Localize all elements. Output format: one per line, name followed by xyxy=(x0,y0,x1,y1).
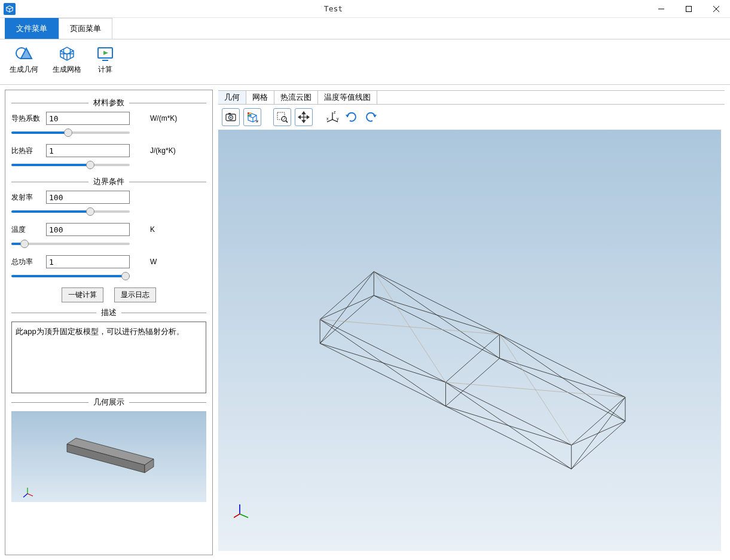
svg-line-57 xyxy=(445,406,571,445)
canvas-tab-heat-flux[interactable]: 热流云图 xyxy=(274,91,318,104)
specific-heat-unit: J/(kg*K) xyxy=(150,146,176,155)
svg-marker-30 xyxy=(298,116,301,119)
temperature-slider[interactable] xyxy=(11,243,130,245)
svg-line-59 xyxy=(374,295,499,334)
axes-icon[interactable]: zyx xyxy=(325,109,340,125)
generate-geometry-button[interactable]: 生成几何 xyxy=(6,43,42,83)
ribbon-group: 生成几何 生成网格 计算 xyxy=(6,43,118,83)
temperature-unit: K xyxy=(150,225,155,234)
sidebar-button-row: 一键计算 显示日志 xyxy=(11,287,206,302)
generate-geometry-label: 生成几何 xyxy=(10,65,38,75)
canvas-tab-mesh[interactable]: 网格 xyxy=(246,91,274,104)
canvas-viewport[interactable] xyxy=(218,130,721,551)
total-power-slider[interactable] xyxy=(11,275,130,277)
svg-line-68 xyxy=(234,514,240,518)
svg-text:z: z xyxy=(334,111,336,114)
generate-mesh-label: 生成网格 xyxy=(53,65,81,75)
total-power-label: 总功率 xyxy=(11,257,46,267)
svg-line-13 xyxy=(28,494,33,496)
emissivity-row: 发射率 xyxy=(11,191,206,204)
svg-rect-1 xyxy=(686,6,692,11)
canvas-tabs: 几何 网格 热流云图 温度等值线图 xyxy=(218,90,725,105)
boundary-section-title: 边界条件 xyxy=(11,176,206,187)
svg-rect-20 xyxy=(250,112,252,114)
total-power-input[interactable] xyxy=(46,255,130,268)
total-power-unit: W xyxy=(150,258,157,266)
emissivity-slider[interactable] xyxy=(11,210,130,213)
svg-rect-23 xyxy=(277,112,285,120)
svg-line-14 xyxy=(23,494,28,497)
geometry-preview[interactable] xyxy=(11,411,206,502)
zoom-box-icon[interactable] xyxy=(273,108,291,126)
canvas-tab-iso-temp[interactable]: 温度等值线图 xyxy=(318,91,377,104)
svg-rect-22 xyxy=(250,115,252,117)
tab-page-menu[interactable]: 页面菜单 xyxy=(59,18,112,39)
specific-heat-input[interactable] xyxy=(46,144,130,157)
svg-line-65 xyxy=(500,334,572,445)
tab-file-menu[interactable]: 文件菜单 xyxy=(5,18,59,39)
canvas-toolbar: zyx xyxy=(218,105,725,130)
ribbon-body: 生成几何 生成网格 计算 xyxy=(0,39,730,85)
emissivity-label: 发射率 xyxy=(11,192,46,203)
svg-text:y: y xyxy=(337,117,339,121)
svg-point-17 xyxy=(230,117,232,118)
compute-button[interactable]: 计算 xyxy=(92,43,118,83)
specific-heat-label: 比热容 xyxy=(11,146,46,156)
total-power-row: 总功率 W xyxy=(11,255,206,268)
show-log-button[interactable]: 显示日志 xyxy=(114,287,156,302)
svg-marker-31 xyxy=(307,116,310,119)
thermal-conductivity-unit: W/(m*K) xyxy=(150,114,177,123)
temperature-row: 温度 K xyxy=(11,223,206,236)
thermal-conductivity-input[interactable] xyxy=(46,112,130,125)
window-controls xyxy=(647,0,730,18)
canvas-panel: 几何 网格 热流云图 温度等值线图 zyx xyxy=(218,90,725,555)
svg-marker-38 xyxy=(346,115,349,117)
maximize-button[interactable] xyxy=(675,0,702,18)
titlebar: Test xyxy=(0,0,730,18)
close-button[interactable] xyxy=(702,0,730,18)
svg-rect-21 xyxy=(248,115,249,117)
compute-label: 计算 xyxy=(98,65,112,75)
thermal-conductivity-label: 导热系数 xyxy=(11,114,46,124)
screenshot-icon[interactable] xyxy=(222,108,240,126)
svg-text:x: x xyxy=(326,117,329,121)
emissivity-input[interactable] xyxy=(46,191,130,204)
rotate-cw-icon[interactable] xyxy=(344,109,359,125)
app-icon xyxy=(4,3,16,15)
svg-rect-18 xyxy=(228,113,231,115)
thermal-conductivity-row: 导热系数 W/(m*K) xyxy=(11,112,206,125)
svg-line-61 xyxy=(500,359,625,397)
svg-marker-28 xyxy=(303,112,306,114)
thermal-conductivity-slider[interactable] xyxy=(11,131,130,134)
specific-heat-slider[interactable] xyxy=(11,164,130,166)
ribbon-tabs: 文件菜单 页面菜单 xyxy=(0,18,730,39)
svg-marker-29 xyxy=(303,121,306,123)
svg-marker-5 xyxy=(21,48,32,59)
generate-mesh-button[interactable]: 生成网格 xyxy=(49,43,85,83)
material-section-title: 材料参数 xyxy=(11,97,206,108)
temperature-label: 温度 xyxy=(11,225,46,235)
svg-rect-19 xyxy=(248,112,249,114)
temperature-input[interactable] xyxy=(46,223,130,236)
canvas-tab-geometry[interactable]: 几何 xyxy=(218,91,246,104)
svg-marker-7 xyxy=(103,51,108,55)
minimize-button[interactable] xyxy=(647,0,675,18)
svg-line-55 xyxy=(320,344,445,382)
pan-icon[interactable] xyxy=(295,108,313,126)
rotate-ccw-icon[interactable] xyxy=(363,109,378,125)
geom-preview-section-title: 几何展示 xyxy=(11,397,206,408)
scene-light-icon[interactable] xyxy=(243,108,261,126)
svg-line-25 xyxy=(286,121,288,123)
sidebar: 材料参数 导热系数 W/(m*K) 比热容 J/(kg*K) 边界条件 发射率 … xyxy=(5,90,213,555)
svg-line-67 xyxy=(240,514,248,518)
geometry-icon xyxy=(14,44,33,63)
description-box: 此app为顶升固定板模型，可以进行热辐射分析。 xyxy=(11,322,206,393)
svg-line-63 xyxy=(374,271,445,382)
svg-point-24 xyxy=(282,117,286,121)
one-click-compute-button[interactable]: 一键计算 xyxy=(62,287,103,302)
main-area: 材料参数 导热系数 W/(m*K) 比热容 J/(kg*K) 边界条件 发射率 … xyxy=(0,85,730,560)
svg-line-46 xyxy=(445,334,499,382)
compute-icon xyxy=(96,44,115,63)
window-title: Test xyxy=(19,4,647,13)
description-section-title: 描述 xyxy=(11,307,206,318)
